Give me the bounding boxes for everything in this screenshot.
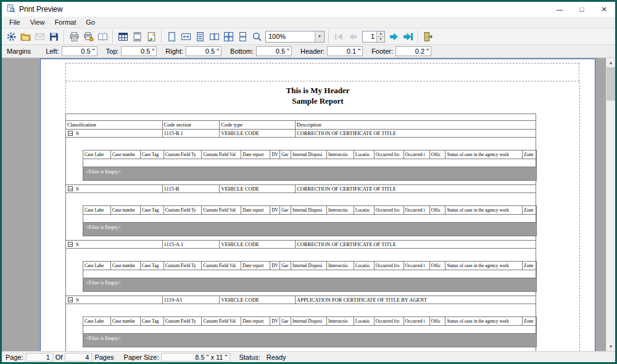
- margin-bottom-input[interactable]: 0.5 ": [256, 46, 292, 56]
- status-label: Status:: [239, 354, 260, 361]
- subtable-column-header: Intersectio: [327, 262, 354, 270]
- subtable-column-header: Offic: [430, 317, 446, 325]
- margins-bar: Margins Left:0.5 " Top:0.5 " Right:0.5 "…: [2, 45, 615, 58]
- menu-file[interactable]: File: [4, 17, 25, 27]
- customize-button[interactable]: [4, 30, 19, 44]
- case-table-header-row: Case LabeCase numbeCase TagCustom Field …: [83, 206, 536, 215]
- case-table-empty-row: [83, 270, 536, 278]
- subtable-column-header: Case numbe: [111, 151, 141, 159]
- subtable-column-header: Date report: [241, 151, 270, 159]
- zoom-dialog-button[interactable]: [250, 30, 264, 44]
- collapse-icon[interactable]: [68, 186, 73, 191]
- margin-footer-input[interactable]: 0.2 ": [395, 46, 431, 56]
- margin-top-input[interactable]: 0.5 ": [121, 46, 157, 56]
- of-label: Of: [56, 354, 63, 361]
- print-setup-button[interactable]: [81, 30, 96, 44]
- subtable-column-header: Gar: [280, 317, 291, 325]
- report-header-line1: This is My Header: [41, 85, 595, 96]
- classification-cell: S: [66, 185, 163, 192]
- subtable-column-header: Custom Field Val: [202, 317, 241, 325]
- page-setup-button[interactable]: [96, 30, 110, 44]
- description-cell: APPLICATION FOR CERTIFICATE OF TITLE BY …: [296, 296, 536, 304]
- toolbar-separator: [328, 30, 329, 43]
- pages-value: 4: [65, 353, 92, 362]
- subtable-column-header: Internal Disposi: [291, 206, 327, 214]
- zoom-dropdown-arrow[interactable]: ▼: [315, 31, 324, 42]
- page-number-spinbox[interactable]: 1 ▲▼: [362, 31, 385, 43]
- subtable-column-header: Custom Field Val: [202, 262, 241, 270]
- two-pages-button[interactable]: [207, 30, 222, 44]
- subtable-column-header: Locatio: [354, 151, 375, 159]
- margin-right-input[interactable]: 0.5 ": [186, 46, 222, 56]
- actual-size-button[interactable]: [193, 30, 207, 44]
- subtable-column-header: DV: [270, 206, 280, 214]
- paper-size-label: Paper Size:: [124, 354, 159, 361]
- group-row: S 1115-B.1 VEHICLE CODE CORRECTION OF CE…: [66, 129, 536, 138]
- last-page-button[interactable]: [401, 30, 415, 44]
- app-icon: [6, 4, 15, 15]
- subtable-column-header: Case numbe: [111, 206, 141, 214]
- description-cell: CORRECTION OF CERTIFICATE OF TITLE: [296, 185, 536, 192]
- vertical-scrollbar[interactable]: ▲ ▼: [606, 58, 615, 351]
- code-section-cell: 1115-B.1: [163, 130, 220, 137]
- page-value: 1: [26, 353, 53, 362]
- subtable-column-header: Case Tag: [141, 317, 164, 325]
- case-table: Case LabeCase numbeCase TagCustom Field …: [83, 316, 537, 347]
- menu-go[interactable]: Go: [81, 17, 100, 27]
- column-header-classification: Classification: [66, 121, 163, 129]
- subtable-column-header: Occurred fro: [375, 317, 404, 325]
- classification-value: S: [76, 186, 79, 192]
- scroll-up-arrow[interactable]: ▲: [607, 58, 616, 67]
- print-button[interactable]: [67, 30, 81, 44]
- mail-button[interactable]: [33, 30, 47, 44]
- status-bar: Page: 1 Of 4 Pages Paper Size: 8.5 " x 1…: [2, 351, 615, 362]
- spin-up-button[interactable]: ▲: [377, 31, 384, 36]
- margin-header-input[interactable]: 0.1 ": [327, 46, 363, 56]
- margin-left-input[interactable]: 0.5 ": [62, 46, 97, 56]
- close-preview-button[interactable]: [421, 30, 436, 44]
- collapse-icon[interactable]: [68, 131, 73, 136]
- four-pages-button[interactable]: [222, 30, 236, 44]
- close-button[interactable]: ✕: [593, 2, 615, 17]
- subtable-column-header: Occurred fro: [375, 206, 404, 214]
- maximize-button[interactable]: □: [571, 2, 593, 17]
- subtable-column-header: Locatio: [354, 206, 375, 214]
- scroll-down-arrow[interactable]: ▼: [607, 342, 616, 351]
- collapse-icon[interactable]: [68, 242, 73, 247]
- scrollbar-thumb[interactable]: [607, 67, 616, 101]
- whole-page-button[interactable]: [165, 30, 179, 44]
- group-row: S 1119-A1 VEHICLE CODE APPLICATION FOR C…: [66, 296, 536, 304]
- format-page-button[interactable]: [144, 30, 159, 44]
- menu-view[interactable]: View: [25, 17, 50, 27]
- first-page-button[interactable]: [332, 30, 346, 44]
- save-button[interactable]: [47, 30, 61, 44]
- classification-value: S: [76, 297, 79, 303]
- subtable-column-header: Offic: [430, 151, 446, 159]
- subtable-column-header: Gar: [280, 262, 291, 270]
- description-cell: CORRECTION OF CERTIFICATE OF TITLE: [296, 241, 536, 248]
- header-footer-button[interactable]: [130, 30, 144, 44]
- report-header-line2: Sample Report: [41, 96, 595, 106]
- previous-page-button[interactable]: [346, 30, 360, 44]
- next-page-button[interactable]: [387, 30, 401, 44]
- subtable-column-header: Offic: [430, 262, 446, 270]
- insert-table-button[interactable]: [116, 30, 130, 44]
- subtable-column-header: Zone: [523, 206, 536, 214]
- case-table-empty-row: [83, 215, 536, 223]
- page-width-button[interactable]: [179, 30, 193, 44]
- right-margin-guide: [579, 82, 580, 351]
- menu-format[interactable]: Format: [49, 17, 81, 27]
- continuous-view-button[interactable]: [236, 30, 250, 44]
- column-header-code-type: Code type: [220, 121, 296, 129]
- collapse-icon[interactable]: [68, 297, 73, 302]
- margin-top-label: Top:: [106, 48, 119, 55]
- toolbar-separator: [64, 30, 65, 43]
- open-button[interactable]: [19, 30, 33, 44]
- spin-down-button[interactable]: ▼: [377, 36, 384, 42]
- minimize-button[interactable]: —: [549, 2, 571, 17]
- subtable-column-header: Gar: [280, 151, 291, 159]
- case-table: Case LabeCase numbeCase TagCustom Field …: [83, 261, 537, 292]
- subtable-column-header: DV: [270, 262, 280, 270]
- column-header-code-section: Code section: [163, 121, 220, 129]
- zoom-combobox[interactable]: 100% ▼: [265, 31, 325, 43]
